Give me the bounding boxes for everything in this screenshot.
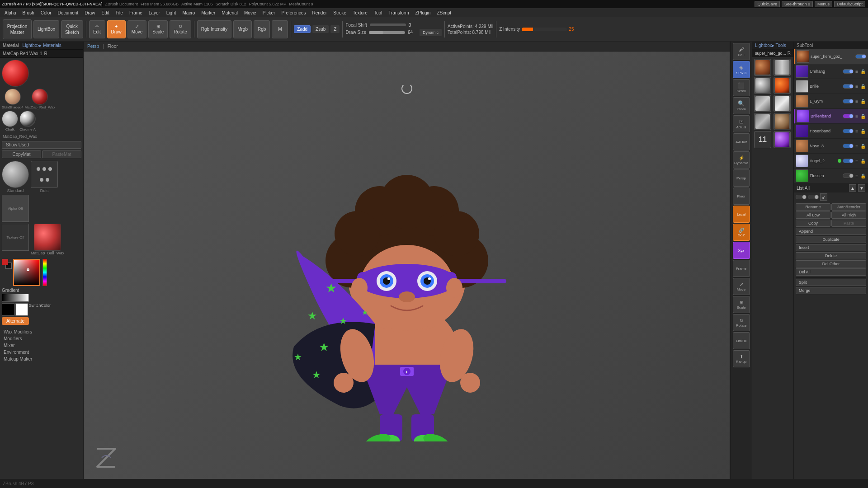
- matcap-chrome-swatch[interactable]: [19, 111, 36, 127]
- dynamic-tool-button[interactable]: ⚡ Dynamic: [733, 151, 750, 169]
- mrgb-button[interactable]: Mrgb: [233, 20, 252, 38]
- autoreorder-button[interactable]: AutoReorder: [831, 203, 866, 211]
- hue-slider[interactable]: [42, 259, 47, 286]
- tool-thumb-polymesh[interactable]: [754, 77, 771, 94]
- local-tool-button[interactable]: Local: [733, 206, 750, 223]
- subtool-item-flossen[interactable]: Flossen ≡ 🔒: [794, 169, 868, 183]
- matcap-chalk-swatch[interactable]: [2, 111, 18, 127]
- goz-tool-button[interactable]: 🔗 GoZ: [733, 224, 750, 241]
- wax-modifiers-label[interactable]: Wax Modifiers: [2, 328, 81, 335]
- menu-edit[interactable]: Edit: [99, 9, 112, 16]
- standard-preview[interactable]: [2, 161, 29, 188]
- menu-file[interactable]: File: [113, 9, 126, 16]
- scale-button[interactable]: ⊞ Scale: [148, 20, 168, 38]
- subtool-item-hero[interactable]: super_hero_goz_: [794, 49, 868, 64]
- duplicate-button[interactable]: Duplicate: [796, 236, 866, 243]
- menu-macro[interactable]: Macro: [180, 9, 198, 16]
- merge-button[interactable]: Merge: [796, 287, 866, 294]
- menu-render[interactable]: Render: [309, 9, 330, 16]
- spix-button[interactable]: ◈ SPix 3: [733, 61, 750, 78]
- lima-fill-button[interactable]: LimFill: [733, 332, 750, 349]
- paste-button[interactable]: Paste: [831, 220, 866, 227]
- subtool-item-lgym[interactable]: L_Gym ≡ 🔒: [794, 94, 868, 109]
- tool-thumb-cube3d1[interactable]: [754, 95, 771, 112]
- paste-mat-button[interactable]: PasteMat: [42, 150, 81, 158]
- actual-button[interactable]: ⊡ Actual: [733, 115, 750, 132]
- ranup-button[interactable]: ⬆ Ranup: [733, 350, 750, 367]
- lightbox-button[interactable]: LightBox: [33, 20, 59, 38]
- menu-alpha[interactable]: Alpha: [2, 9, 19, 16]
- subtool-item-nose3[interactable]: Nose_3 ≡ 🔒: [794, 139, 868, 154]
- xyz-tool-button[interactable]: Xyz: [733, 242, 750, 259]
- copy-button[interactable]: Copy: [796, 220, 830, 227]
- scale-tool-button[interactable]: ⊞ Scale: [733, 296, 750, 313]
- persp-button[interactable]: Persp: [87, 44, 99, 49]
- show-used-button[interactable]: Show Used: [2, 141, 81, 149]
- floor-tool-button[interactable]: Floor: [733, 188, 750, 205]
- dynamic-button[interactable]: Dynamic: [420, 29, 442, 36]
- menu-color[interactable]: Color: [38, 9, 54, 16]
- foreground-color-swatch[interactable]: [2, 259, 8, 265]
- scroll-button[interactable]: ⬛ Scroll: [733, 79, 750, 96]
- subtool-vis-nose3[interactable]: [843, 144, 854, 148]
- all-low-button[interactable]: All Low: [796, 211, 830, 219]
- subtool-vis-brille[interactable]: [843, 84, 854, 89]
- menus-button[interactable]: Menus: [815, 1, 832, 7]
- menu-material[interactable]: Material: [219, 9, 241, 16]
- all-high-button[interactable]: All High: [831, 211, 866, 219]
- tool-thumb-tile4[interactable]: [774, 113, 791, 130]
- subtool-item-brillenband[interactable]: Brillenband ≡ 🔒: [794, 109, 868, 124]
- alpha-off-box[interactable]: Alpha Off: [2, 195, 29, 222]
- persp-tool-button[interactable]: Persp: [733, 169, 750, 187]
- menu-tool[interactable]: Tool: [371, 9, 385, 16]
- insert-button[interactable]: Insert: [796, 244, 866, 251]
- tool-thumb-cube3d2[interactable]: [774, 95, 791, 112]
- z-button[interactable]: Z: [330, 25, 340, 33]
- zadd-button[interactable]: Zadd: [294, 25, 311, 33]
- dots-preview[interactable]: [31, 161, 58, 188]
- environment-label[interactable]: Environment: [2, 349, 81, 356]
- subtool-vis-augel2[interactable]: [843, 159, 854, 163]
- mixer-label[interactable]: Mixer: [2, 342, 81, 349]
- projection-master-button[interactable]: ProjectionMaster: [3, 19, 32, 39]
- menu-transform[interactable]: Transform: [386, 9, 411, 16]
- tool-thumb-count[interactable]: 11: [754, 131, 771, 148]
- m-button[interactable]: M: [272, 20, 288, 38]
- aahalf-button[interactable]: AAHalf: [733, 133, 750, 150]
- quicksave-button[interactable]: QuickSave: [755, 1, 780, 7]
- rgb-button[interactable]: Rgb: [254, 20, 270, 38]
- move-tool-button[interactable]: ⤢ Move: [733, 278, 750, 295]
- gradient-display[interactable]: [2, 294, 29, 302]
- modifiers-label[interactable]: Modifiers: [2, 335, 81, 342]
- arr-up-button[interactable]: ▲: [849, 184, 856, 192]
- tool-thumb-hero[interactable]: [754, 59, 771, 76]
- focal-shift-slider[interactable]: [370, 23, 406, 26]
- quick-sketch-button[interactable]: QuickSketch: [61, 20, 83, 38]
- menu-frame[interactable]: Frame: [127, 9, 145, 16]
- subtool-vis-hosenband[interactable]: [843, 129, 854, 133]
- subtool-item-augel2[interactable]: Augel_2 ≡ 🔒: [794, 154, 868, 169]
- menu-document[interactable]: Document: [55, 9, 81, 16]
- copy-mat-button[interactable]: CopyMat: [2, 150, 41, 158]
- frame-tool-button[interactable]: Frame: [733, 260, 750, 277]
- alternate-button[interactable]: Alternate: [2, 317, 29, 325]
- draw-button[interactable]: ✦ Draw: [107, 20, 126, 38]
- lima-toggle[interactable]: [796, 195, 807, 199]
- matcap-ballwax-swatch[interactable]: [34, 224, 61, 251]
- rename-button[interactable]: Rename: [796, 203, 830, 211]
- menu-marker[interactable]: Marker: [198, 9, 218, 16]
- tool-thumb-hero2[interactable]: [774, 131, 791, 148]
- move-button[interactable]: ⤢ Move: [127, 20, 146, 38]
- matcap-red-swatch[interactable]: [2, 60, 29, 87]
- edit-button[interactable]: ✏ Edit: [89, 20, 105, 38]
- arr-down-button[interactable]: ▼: [858, 184, 865, 192]
- subtool-vis-umhang[interactable]: [843, 69, 854, 74]
- matcap-redwax-swatch[interactable]: [32, 89, 48, 105]
- matcap-skin-swatch[interactable]: [5, 89, 21, 105]
- subtool-item-brille[interactable]: Brille ≡ 🔒: [794, 79, 868, 94]
- menu-brush[interactable]: Brush: [20, 9, 37, 16]
- color-picker-gradient[interactable]: [13, 259, 40, 286]
- zoom-button[interactable]: 🔍 Zoom: [733, 97, 750, 114]
- texture-off-box[interactable]: Texture Off: [2, 224, 29, 251]
- subtool-item-umhang[interactable]: Umhang ≡ 🔒: [794, 64, 868, 79]
